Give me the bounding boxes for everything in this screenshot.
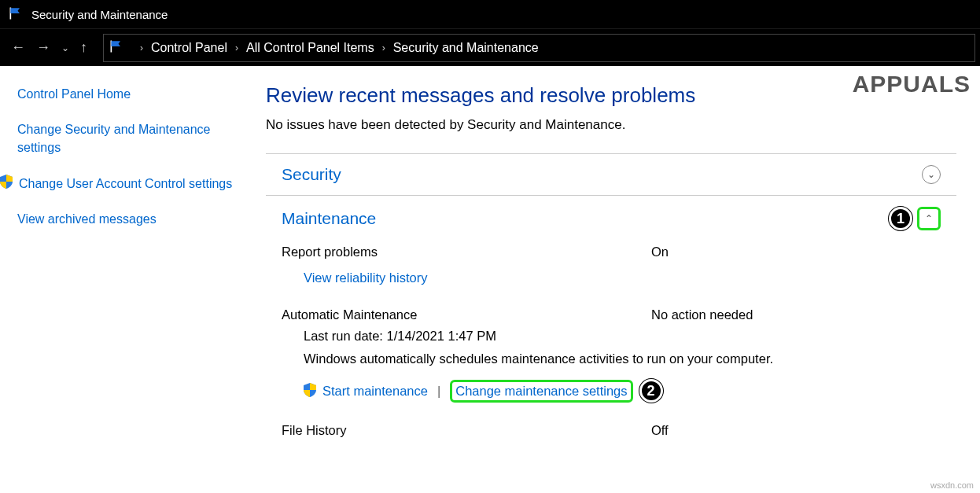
title-bar: Security and Maintenance xyxy=(0,0,980,28)
chevron-right-icon: › xyxy=(140,42,143,53)
annotation-1: 1 xyxy=(889,207,912,230)
view-reliability-link[interactable]: View reliability history xyxy=(304,270,427,285)
annotation-2: 2 xyxy=(639,379,663,403)
breadcrumb-security-maintenance[interactable]: Security and Maintenance xyxy=(393,41,539,55)
security-expand-button[interactable]: ⌄ xyxy=(922,165,941,184)
sidebar-item-archived[interactable]: View archived messages xyxy=(17,210,234,228)
maintenance-collapse-button[interactable]: ⌃ xyxy=(917,207,941,230)
sidebar: Control Panel Home Change Security and M… xyxy=(0,66,252,493)
sidebar-home-link[interactable]: Control Panel Home xyxy=(17,85,131,103)
auto-maintenance-value: No action needed xyxy=(651,307,753,322)
start-maintenance-link[interactable]: Start maintenance xyxy=(322,384,428,399)
sidebar-item-change-security[interactable]: Change Security and Maintenance settings xyxy=(17,120,234,156)
sidebar-item-uac[interactable]: Change User Account Control settings xyxy=(17,175,234,193)
section-security: Security ⌄ xyxy=(266,153,956,195)
window-title: Security and Maintenance xyxy=(31,8,168,21)
chevron-right-icon: › xyxy=(235,42,238,53)
auto-maintenance-label: Automatic Maintenance xyxy=(282,307,651,322)
file-history-value: Off xyxy=(651,423,669,438)
security-section-title[interactable]: Security xyxy=(282,165,341,184)
back-button[interactable]: ← xyxy=(11,39,25,56)
forward-button[interactable]: → xyxy=(36,39,50,56)
sidebar-item-label[interactable]: Change Security and Maintenance settings xyxy=(17,120,234,156)
history-dropdown[interactable]: ⌄ xyxy=(61,42,69,53)
chevron-up-icon: ⌃ xyxy=(925,213,933,224)
sidebar-home[interactable]: Control Panel Home xyxy=(17,85,234,103)
breadcrumb-control-panel[interactable]: Control Panel xyxy=(151,41,227,55)
flag-icon xyxy=(109,39,124,57)
sidebar-item-label[interactable]: View archived messages xyxy=(17,210,157,228)
status-text: No issues have been detected by Security… xyxy=(266,117,956,133)
last-run-text: Last run date: 1/14/2021 1:47 PM xyxy=(282,327,941,345)
nav-arrows: ← → ⌄ ↑ xyxy=(0,39,98,56)
shield-icon xyxy=(304,383,316,399)
content-area: Control Panel Home Change Security and M… xyxy=(0,66,980,493)
file-history-label: File History xyxy=(282,423,651,438)
divider: | xyxy=(437,384,440,399)
breadcrumb-all-items[interactable]: All Control Panel Items xyxy=(246,41,374,55)
report-problems-value: On xyxy=(651,245,669,259)
maintenance-section-title[interactable]: Maintenance xyxy=(282,209,376,228)
main-panel: Review recent messages and resolve probl… xyxy=(252,66,980,493)
report-problems-label: Report problems xyxy=(282,245,651,259)
shield-icon xyxy=(0,175,14,190)
address-bar[interactable]: › Control Panel › All Control Panel Item… xyxy=(103,34,975,62)
change-maintenance-link[interactable]: Change maintenance settings xyxy=(450,380,632,403)
page-heading: Review recent messages and resolve probl… xyxy=(266,83,956,108)
auto-desc-text: Windows automatically schedules maintena… xyxy=(282,350,941,368)
chevron-right-icon: › xyxy=(382,42,385,53)
up-button[interactable]: ↑ xyxy=(80,39,87,56)
flag-icon xyxy=(8,6,24,24)
nav-bar: ← → ⌄ ↑ › Control Panel › All Control Pa… xyxy=(0,28,980,66)
section-maintenance: Maintenance 1 ⌃ Report problems On View … xyxy=(266,195,956,449)
sidebar-item-label[interactable]: Change User Account Control settings xyxy=(19,175,232,193)
chevron-down-icon: ⌄ xyxy=(927,169,935,180)
